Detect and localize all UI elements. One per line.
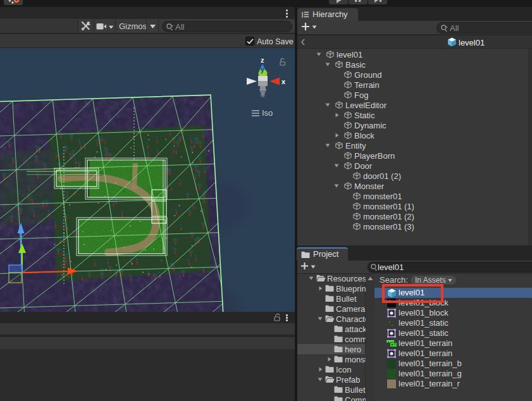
svg-text:z: z (261, 56, 264, 64)
svg-text:x: x (281, 78, 286, 85)
svg-text:y: y (261, 66, 264, 73)
svg-text:Iso: Iso (262, 108, 273, 118)
